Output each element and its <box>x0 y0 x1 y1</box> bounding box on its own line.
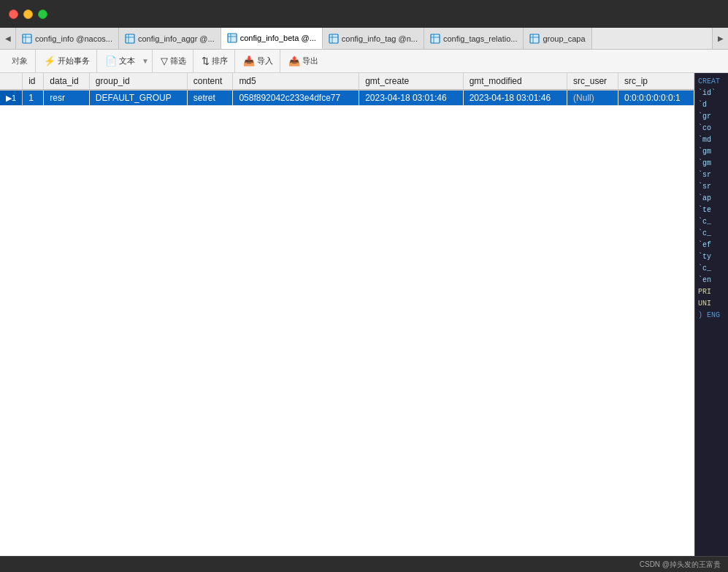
export-button[interactable]: 📤 导出 <box>285 54 322 68</box>
code-field: `c_ <box>698 229 711 237</box>
import-icon: 📥 <box>243 56 255 66</box>
toolbar-export-section: 📤 导出 <box>282 50 325 72</box>
code-line: `id` <box>697 88 727 99</box>
tab-config-info-tag[interactable]: config_info_tag @n... <box>323 28 424 49</box>
col-id[interactable]: id <box>23 73 44 90</box>
code-field: `sr <box>698 171 711 179</box>
table-icon-2 <box>125 34 135 44</box>
cell-src-ip: 0:0:0:0:0:0:0:1 <box>618 90 694 106</box>
toolbar: 对象 ⚡ 开始事务 📄 文本 ▼ ▽ 筛选 ⇅ 排序 <box>0 50 728 73</box>
filter-button[interactable]: ▽ 筛选 <box>157 54 190 68</box>
code-line: `ap <box>697 193 727 205</box>
code-keyword: CREAT <box>698 77 720 85</box>
col-content[interactable]: content <box>187 73 233 90</box>
close-button[interactable] <box>9 9 18 19</box>
export-icon: 📤 <box>288 56 300 66</box>
code-line: `c_ <box>697 216 727 228</box>
cell-src-user: (Null) <box>567 90 618 106</box>
tab-config-tags-relatio[interactable]: config_tags_relatio... <box>424 28 524 49</box>
sort-icon: ⇅ <box>202 56 210 66</box>
text-button[interactable]: 📄 文本 <box>101 54 139 68</box>
code-line: `c_ <box>697 228 727 240</box>
code-field: `gm <box>698 159 711 167</box>
text-label: 文本 <box>119 56 135 66</box>
tab-label-4: config_info_tag @n... <box>342 34 418 43</box>
cell-group-id: DEFAULT_GROUP <box>89 90 187 106</box>
code-line: `gm <box>697 158 727 169</box>
code-line: `c_ <box>697 263 727 275</box>
col-src-ip[interactable]: src_ip <box>618 73 694 90</box>
status-text: CSDN @掉头发的王富贵 <box>640 560 721 570</box>
object-label: 对象 <box>7 56 32 66</box>
svg-rect-6 <box>228 34 237 42</box>
code-line: `md <box>697 134 727 146</box>
code-field: `gm <box>698 148 711 156</box>
tab-more-button[interactable]: ▶ <box>712 28 728 49</box>
tab-label-2: config_info_aggr @... <box>138 34 215 43</box>
data-table: id data_id group_id content md5 gmt_crea… <box>0 73 694 106</box>
code-line: `d <box>697 99 727 111</box>
cell-gmt-create: 2023-04-18 03:01:46 <box>359 90 463 106</box>
code-line: UNI <box>697 298 727 310</box>
code-field: `md <box>698 136 711 144</box>
code-panel: CREAT `id` `d `gr `co `md `gm `gm `sr `s… <box>694 73 728 556</box>
content-area: id data_id group_id content md5 gmt_crea… <box>0 73 728 556</box>
code-field: `en <box>698 276 711 284</box>
col-md5[interactable]: md5 <box>233 73 359 90</box>
code-line: PRI <box>697 286 727 298</box>
svg-rect-0 <box>23 34 31 43</box>
toolbar-sort-section: ⇅ 排序 <box>195 50 235 72</box>
cell-data-id: resr <box>44 90 90 106</box>
col-data-id[interactable]: data_id <box>44 73 90 90</box>
col-gmt-modified[interactable]: gmt_modified <box>463 73 567 90</box>
toolbar-object-section: 对象 <box>4 50 36 72</box>
code-line: `te <box>697 205 727 216</box>
table-row[interactable]: ▶11resrDEFAULT_GROUPsetret058f892042c233… <box>0 90 694 106</box>
filter-label: 筛选 <box>170 56 186 66</box>
titlebar <box>0 0 728 28</box>
col-rownum <box>0 73 23 90</box>
table-icon-4 <box>329 34 339 44</box>
tab-config-info-aggr[interactable]: config_info_aggr @... <box>119 28 221 49</box>
tab-label: config_info @nacos... <box>35 34 112 43</box>
import-button[interactable]: 📥 导入 <box>240 54 277 68</box>
tab-group-capa[interactable]: group_capa <box>524 28 591 49</box>
code-line: ) ENG <box>697 310 727 321</box>
code-field: `c_ <box>698 264 711 272</box>
code-line: `sr <box>697 169 727 181</box>
tab-bar: ◀ config_info @nacos... config_info_aggr <box>0 28 728 50</box>
minimize-button[interactable] <box>23 9 33 19</box>
table-header-row: id data_id group_id content md5 gmt_crea… <box>0 73 694 90</box>
code-constraint: PRI <box>698 288 711 296</box>
tab-config-info-beta[interactable]: config_info_beta @... <box>221 28 323 49</box>
code-field: `gr <box>698 113 711 121</box>
row-arrow: ▶ <box>6 94 12 103</box>
toolbar-text-section: 📄 文本 ▼ <box>99 50 153 72</box>
code-field: `ty <box>698 253 711 261</box>
tab-prev-button[interactable]: ◀ <box>0 28 16 49</box>
row-num-cell: ▶1 <box>0 90 23 106</box>
cell-md5: 058f892042c233e4dfce77 <box>233 90 359 106</box>
svg-rect-9 <box>329 34 338 43</box>
code-line: `ef <box>697 240 727 251</box>
table-area[interactable]: id data_id group_id content md5 gmt_crea… <box>0 73 694 556</box>
main-container: ◀ config_info @nacos... config_info_aggr <box>0 28 728 572</box>
tab-config-info[interactable]: config_info @nacos... <box>16 28 119 49</box>
code-line: `gr <box>697 111 727 123</box>
tab-label-3: config_info_beta @... <box>240 34 316 42</box>
begin-tx-button[interactable]: ⚡ 开始事务 <box>40 54 93 68</box>
code-field: `ef <box>698 241 711 249</box>
code-field: `c_ <box>698 218 711 226</box>
sort-button[interactable]: ⇅ 排序 <box>198 54 231 68</box>
code-field: `d <box>698 101 707 109</box>
code-line: `en <box>697 275 727 286</box>
table-icon-3 <box>227 33 237 43</box>
col-src-user[interactable]: src_user <box>567 73 618 90</box>
maximize-button[interactable] <box>38 9 47 19</box>
col-gmt-create[interactable]: gmt_create <box>359 73 463 90</box>
begin-tx-label: 开始事务 <box>58 56 90 66</box>
dropdown-arrow[interactable]: ▼ <box>142 57 149 65</box>
table-icon <box>22 34 32 44</box>
col-group-id[interactable]: group_id <box>89 73 187 90</box>
code-keyword: ) ENG <box>698 311 720 319</box>
